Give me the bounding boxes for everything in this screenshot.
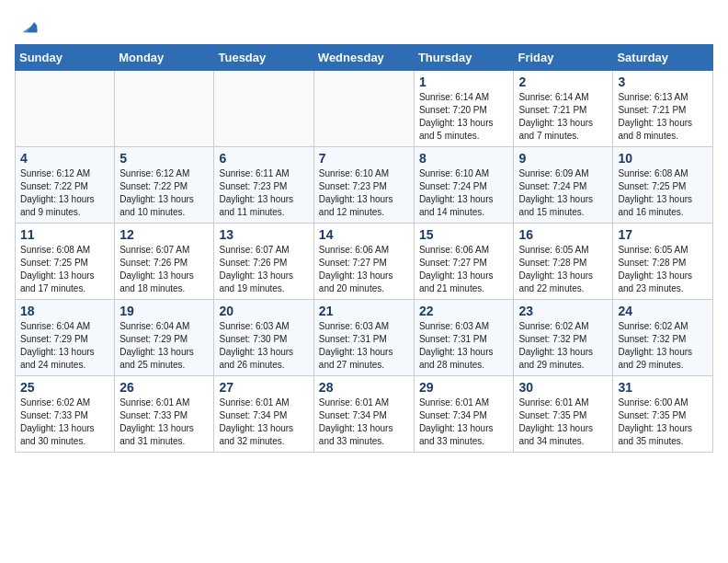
- day-info: Sunrise: 6:04 AM Sunset: 7:29 PM Dayligh…: [20, 320, 109, 372]
- day-number: 1: [419, 75, 509, 89]
- calendar-week-5: 25Sunrise: 6:02 AM Sunset: 7:33 PM Dayli…: [16, 376, 713, 453]
- day-info: Sunrise: 6:02 AM Sunset: 7:32 PM Dayligh…: [518, 320, 608, 372]
- calendar-header-row: SundayMondayTuesdayWednesdayThursdayFrid…: [16, 45, 713, 71]
- day-number: 5: [119, 151, 209, 166]
- calendar-weekday-friday: Friday: [514, 45, 613, 71]
- day-info: Sunrise: 6:10 AM Sunset: 7:23 PM Dayligh…: [319, 167, 409, 219]
- calendar-cell: 25Sunrise: 6:02 AM Sunset: 7:33 PM Dayli…: [16, 376, 115, 453]
- day-number: 27: [219, 380, 308, 395]
- day-number: 24: [618, 304, 708, 318]
- day-info: Sunrise: 6:04 AM Sunset: 7:29 PM Dayligh…: [119, 320, 209, 372]
- calendar-cell: 14Sunrise: 6:06 AM Sunset: 7:27 PM Dayli…: [313, 224, 414, 300]
- calendar-cell: 13Sunrise: 6:07 AM Sunset: 7:26 PM Dayli…: [214, 224, 313, 300]
- calendar-cell: 11Sunrise: 6:08 AM Sunset: 7:25 PM Dayli…: [16, 224, 115, 300]
- calendar-week-1: 1Sunrise: 6:14 AM Sunset: 7:20 PM Daylig…: [16, 71, 713, 147]
- day-number: 18: [20, 304, 109, 318]
- day-number: 20: [219, 304, 308, 318]
- day-info: Sunrise: 6:01 AM Sunset: 7:34 PM Dayligh…: [219, 396, 308, 448]
- day-info: Sunrise: 6:10 AM Sunset: 7:24 PM Dayligh…: [419, 167, 509, 219]
- calendar-cell: 30Sunrise: 6:01 AM Sunset: 7:35 PM Dayli…: [514, 376, 613, 453]
- calendar-cell: [16, 71, 115, 147]
- calendar-weekday-sunday: Sunday: [16, 45, 115, 71]
- day-number: 19: [119, 304, 209, 318]
- day-number: 25: [20, 380, 109, 395]
- calendar-weekday-tuesday: Tuesday: [214, 45, 313, 71]
- calendar-cell: 10Sunrise: 6:08 AM Sunset: 7:25 PM Dayli…: [613, 147, 713, 224]
- calendar-cell: 27Sunrise: 6:01 AM Sunset: 7:34 PM Dayli…: [214, 376, 313, 453]
- calendar-cell: 23Sunrise: 6:02 AM Sunset: 7:32 PM Dayli…: [514, 300, 613, 376]
- calendar-cell: 19Sunrise: 6:04 AM Sunset: 7:29 PM Dayli…: [115, 300, 214, 376]
- day-number: 16: [518, 227, 608, 242]
- day-info: Sunrise: 6:12 AM Sunset: 7:22 PM Dayligh…: [119, 167, 209, 219]
- calendar-cell: 21Sunrise: 6:03 AM Sunset: 7:31 PM Dayli…: [313, 300, 414, 376]
- calendar-cell: 12Sunrise: 6:07 AM Sunset: 7:26 PM Dayli…: [115, 224, 214, 300]
- calendar-cell: 18Sunrise: 6:04 AM Sunset: 7:29 PM Dayli…: [16, 300, 115, 376]
- calendar-cell: 8Sunrise: 6:10 AM Sunset: 7:24 PM Daylig…: [414, 147, 514, 224]
- day-number: 2: [518, 75, 608, 89]
- day-info: Sunrise: 6:12 AM Sunset: 7:22 PM Dayligh…: [20, 167, 109, 219]
- logo: [15, 15, 39, 37]
- day-info: Sunrise: 6:07 AM Sunset: 7:26 PM Dayligh…: [119, 244, 209, 295]
- day-info: Sunrise: 6:08 AM Sunset: 7:25 PM Dayligh…: [618, 167, 708, 219]
- day-number: 15: [419, 227, 509, 242]
- calendar-cell: [313, 71, 414, 147]
- day-number: 31: [618, 380, 708, 395]
- calendar-cell: 9Sunrise: 6:09 AM Sunset: 7:24 PM Daylig…: [514, 147, 613, 224]
- page-header: [15, 15, 713, 37]
- day-number: 28: [319, 380, 409, 395]
- day-number: 26: [119, 380, 209, 395]
- calendar-weekday-wednesday: Wednesday: [313, 45, 414, 71]
- day-number: 11: [20, 227, 109, 242]
- calendar-cell: 3Sunrise: 6:13 AM Sunset: 7:21 PM Daylig…: [613, 71, 713, 147]
- day-info: Sunrise: 6:14 AM Sunset: 7:21 PM Dayligh…: [518, 91, 608, 143]
- calendar-weekday-thursday: Thursday: [414, 45, 514, 71]
- day-number: 22: [419, 304, 509, 318]
- day-info: Sunrise: 6:05 AM Sunset: 7:28 PM Dayligh…: [618, 244, 708, 295]
- day-info: Sunrise: 6:08 AM Sunset: 7:25 PM Dayligh…: [20, 244, 109, 295]
- day-info: Sunrise: 6:11 AM Sunset: 7:23 PM Dayligh…: [219, 167, 308, 219]
- calendar-week-2: 4Sunrise: 6:12 AM Sunset: 7:22 PM Daylig…: [16, 147, 713, 224]
- day-number: 23: [518, 304, 608, 318]
- day-number: 6: [219, 151, 308, 166]
- day-info: Sunrise: 6:06 AM Sunset: 7:27 PM Dayligh…: [419, 244, 509, 295]
- day-info: Sunrise: 6:03 AM Sunset: 7:30 PM Dayligh…: [219, 320, 308, 372]
- day-info: Sunrise: 6:02 AM Sunset: 7:32 PM Dayligh…: [618, 320, 708, 372]
- day-info: Sunrise: 6:07 AM Sunset: 7:26 PM Dayligh…: [219, 244, 308, 295]
- calendar-cell: [115, 71, 214, 147]
- day-number: 8: [419, 151, 509, 166]
- day-number: 7: [319, 151, 409, 166]
- day-info: Sunrise: 6:00 AM Sunset: 7:35 PM Dayligh…: [618, 396, 708, 448]
- calendar-cell: 31Sunrise: 6:00 AM Sunset: 7:35 PM Dayli…: [613, 376, 713, 453]
- calendar-weekday-saturday: Saturday: [613, 45, 713, 71]
- day-info: Sunrise: 6:13 AM Sunset: 7:21 PM Dayligh…: [618, 91, 708, 143]
- calendar-cell: 2Sunrise: 6:14 AM Sunset: 7:21 PM Daylig…: [514, 71, 613, 147]
- logo-icon: [17, 15, 39, 37]
- day-number: 10: [618, 151, 708, 166]
- day-info: Sunrise: 6:01 AM Sunset: 7:34 PM Dayligh…: [319, 396, 409, 448]
- day-info: Sunrise: 6:01 AM Sunset: 7:35 PM Dayligh…: [518, 396, 608, 448]
- calendar-cell: 28Sunrise: 6:01 AM Sunset: 7:34 PM Dayli…: [313, 376, 414, 453]
- day-number: 13: [219, 227, 308, 242]
- day-number: 12: [119, 227, 209, 242]
- day-number: 14: [319, 227, 409, 242]
- day-info: Sunrise: 6:01 AM Sunset: 7:34 PM Dayligh…: [419, 396, 509, 448]
- calendar-cell: 1Sunrise: 6:14 AM Sunset: 7:20 PM Daylig…: [414, 71, 514, 147]
- day-info: Sunrise: 6:09 AM Sunset: 7:24 PM Dayligh…: [518, 167, 608, 219]
- calendar-cell: 26Sunrise: 6:01 AM Sunset: 7:33 PM Dayli…: [115, 376, 214, 453]
- calendar-cell: 15Sunrise: 6:06 AM Sunset: 7:27 PM Dayli…: [414, 224, 514, 300]
- day-info: Sunrise: 6:05 AM Sunset: 7:28 PM Dayligh…: [518, 244, 608, 295]
- calendar-cell: [214, 71, 313, 147]
- calendar-cell: 29Sunrise: 6:01 AM Sunset: 7:34 PM Dayli…: [414, 376, 514, 453]
- calendar-cell: 7Sunrise: 6:10 AM Sunset: 7:23 PM Daylig…: [313, 147, 414, 224]
- calendar-week-3: 11Sunrise: 6:08 AM Sunset: 7:25 PM Dayli…: [16, 224, 713, 300]
- calendar-cell: 5Sunrise: 6:12 AM Sunset: 7:22 PM Daylig…: [115, 147, 214, 224]
- calendar-weekday-monday: Monday: [115, 45, 214, 71]
- day-number: 3: [618, 75, 708, 89]
- calendar-cell: 17Sunrise: 6:05 AM Sunset: 7:28 PM Dayli…: [613, 224, 713, 300]
- day-info: Sunrise: 6:03 AM Sunset: 7:31 PM Dayligh…: [319, 320, 409, 372]
- day-info: Sunrise: 6:14 AM Sunset: 7:20 PM Dayligh…: [419, 91, 509, 143]
- calendar-cell: 20Sunrise: 6:03 AM Sunset: 7:30 PM Dayli…: [214, 300, 313, 376]
- calendar-cell: 6Sunrise: 6:11 AM Sunset: 7:23 PM Daylig…: [214, 147, 313, 224]
- day-number: 30: [518, 380, 608, 395]
- day-info: Sunrise: 6:01 AM Sunset: 7:33 PM Dayligh…: [119, 396, 209, 448]
